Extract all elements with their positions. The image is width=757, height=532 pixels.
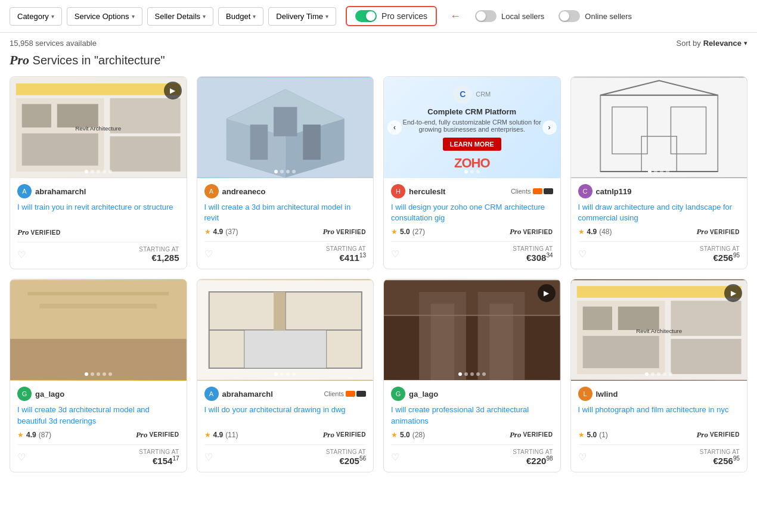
gig-title[interactable]: I will create 3d architectural model and… bbox=[17, 405, 179, 426]
card-image: ▶ bbox=[384, 279, 560, 381]
category-chevron: ▾ bbox=[51, 13, 54, 20]
price-block: STARTING AT €22098 bbox=[513, 449, 553, 466]
list-item: A abrahamarchl Clients I will do your ar… bbox=[197, 279, 374, 472]
svg-rect-4 bbox=[110, 136, 180, 172]
cards-grid: Revit Architecture ▶ A abrahamarchl I wi… bbox=[0, 76, 757, 484]
budget-chevron: ▾ bbox=[253, 13, 256, 20]
pro-services-toggle[interactable] bbox=[355, 10, 377, 22]
bottom-row: ♡ STARTING AT €30834 bbox=[391, 241, 553, 263]
starting-at-label: STARTING AT bbox=[326, 245, 366, 252]
rating-count: (48) bbox=[599, 228, 612, 236]
ad-title: Complete CRM Platform bbox=[427, 107, 516, 116]
svg-rect-1 bbox=[16, 83, 181, 95]
budget-filter[interactable]: Budget ▾ bbox=[218, 7, 263, 26]
starting-at-label: STARTING AT bbox=[513, 449, 553, 455]
dots-indicator bbox=[85, 170, 112, 173]
seller-row: G ga_lago bbox=[17, 387, 179, 401]
gig-title[interactable]: I will draw architecture and city landsc… bbox=[578, 202, 740, 223]
pro-verified-badge: Pro VERIFIED bbox=[696, 430, 740, 440]
favorite-button[interactable]: ♡ bbox=[17, 452, 26, 463]
sort-control[interactable]: Sort by Relevance ▾ bbox=[676, 39, 747, 48]
seller-name[interactable]: andreaneco bbox=[222, 187, 367, 196]
next-button[interactable]: › bbox=[542, 120, 557, 135]
online-sellers-toggle[interactable] bbox=[559, 10, 580, 22]
card-body: G ga_lago I will create 3d architectural… bbox=[10, 381, 187, 471]
pro-verified-badge: Pro VERIFIED bbox=[322, 227, 366, 237]
price-value: €22098 bbox=[513, 455, 553, 466]
rating-value: 4.9 bbox=[587, 228, 597, 236]
avatar: C bbox=[578, 184, 592, 198]
category-label: Category bbox=[17, 12, 49, 21]
favorite-button[interactable]: ♡ bbox=[578, 248, 587, 260]
seller-name[interactable]: abrahamarchl bbox=[222, 390, 321, 399]
avatar: G bbox=[17, 387, 32, 401]
card-image bbox=[197, 77, 374, 178]
card-body: L lwlind I will photograph and film arch… bbox=[571, 381, 747, 471]
price-block: STARTING AT €15417 bbox=[139, 449, 179, 466]
pro-services-toggle-wrapper: Pro services ← bbox=[346, 6, 437, 26]
service-options-filter[interactable]: Service Options ▾ bbox=[67, 7, 142, 26]
seller-name[interactable]: lwlind bbox=[596, 390, 740, 399]
play-button[interactable]: ▶ bbox=[164, 82, 182, 99]
page-title: Pro Services in "architecture" bbox=[0, 50, 757, 76]
budget-label: Budget bbox=[226, 12, 250, 21]
meta-bar: 15,958 services available Sort by Releva… bbox=[0, 33, 757, 50]
dots-indicator bbox=[458, 372, 486, 376]
seller-row: G ga_lago bbox=[391, 387, 553, 401]
favorite-button[interactable]: ♡ bbox=[204, 248, 213, 260]
bottom-row: ♡ STARTING AT €41113 bbox=[204, 241, 367, 263]
card-body: G ga_lago I will create professional 3d … bbox=[384, 381, 560, 471]
starting-at-label: STARTING AT bbox=[139, 449, 179, 455]
seller-row: A andreaneco bbox=[204, 184, 367, 198]
svg-rect-35 bbox=[244, 330, 326, 368]
ad-learn-more-button[interactable]: LEARN MORE bbox=[443, 138, 501, 151]
local-sellers-toggle-group: Local sellers bbox=[475, 10, 544, 22]
favorite-button[interactable]: ♡ bbox=[391, 248, 399, 260]
filter-bar: Category ▾ Service Options ▾ Seller Deta… bbox=[0, 0, 757, 33]
avatar: A bbox=[204, 184, 219, 198]
seller-name[interactable]: ga_lago bbox=[409, 390, 553, 399]
price-value: €15417 bbox=[139, 455, 179, 466]
rating-row: ★ 4.9 (11) Pro VERIFIED bbox=[204, 430, 367, 440]
seller-name[interactable]: abrahamarchl bbox=[35, 187, 179, 196]
svg-rect-6 bbox=[57, 104, 98, 127]
favorite-button[interactable]: ♡ bbox=[578, 452, 587, 463]
gig-title[interactable]: I will train you in revit architecture o… bbox=[17, 202, 179, 224]
favorite-button[interactable]: ♡ bbox=[17, 249, 26, 260]
prev-button[interactable]: ‹ bbox=[387, 120, 402, 135]
avatar: A bbox=[204, 387, 219, 401]
list-item: C catnlp119 I will draw architecture and… bbox=[570, 76, 748, 269]
delivery-time-filter[interactable]: Delivery Time ▾ bbox=[268, 7, 336, 26]
category-filter[interactable]: Category ▾ bbox=[10, 7, 62, 26]
seller-name[interactable]: catnlp119 bbox=[596, 187, 740, 196]
favorite-button[interactable]: ♡ bbox=[391, 452, 399, 463]
rating-value: 4.9 bbox=[213, 431, 224, 439]
bottom-row: ♡ STARTING AT €25695 bbox=[578, 241, 740, 263]
card-image: Revit Architecture ▶ bbox=[10, 77, 187, 178]
gig-title[interactable]: I will create professional 3d architectu… bbox=[391, 405, 553, 426]
local-sellers-toggle[interactable] bbox=[475, 10, 497, 22]
gig-title[interactable]: I will design your zoho one CRM architec… bbox=[391, 202, 553, 223]
seller-row: A abrahamarchl Clients bbox=[204, 387, 367, 401]
service-options-label: Service Options bbox=[75, 12, 129, 21]
list-item: C CRM Complete CRM Platform End-to-end, … bbox=[383, 76, 561, 269]
rating-count: (1) bbox=[599, 431, 608, 439]
gig-title[interactable]: I will do your architectural drawing in … bbox=[204, 405, 367, 426]
star-icon: ★ bbox=[391, 431, 398, 439]
avatar: A bbox=[17, 184, 32, 198]
card-body: A andreaneco I will create a 3d bim arch… bbox=[197, 178, 374, 269]
gig-title[interactable]: I will photograph and film architecture … bbox=[578, 405, 740, 426]
seller-name[interactable]: ga_lago bbox=[35, 390, 179, 399]
seller-name[interactable]: herculeslt bbox=[409, 187, 507, 196]
dots-indicator bbox=[274, 170, 296, 173]
svg-rect-7 bbox=[22, 133, 98, 166]
rating-row: ★ 5.0 (28) Pro VERIFIED bbox=[391, 430, 553, 440]
list-item: ▶ G ga_lago I will create professional 3… bbox=[383, 279, 561, 472]
gig-title[interactable]: I will create a 3d bim architectural mod… bbox=[204, 202, 367, 223]
bottom-row: ♡ STARTING AT €15417 bbox=[17, 444, 179, 466]
play-button[interactable]: ▶ bbox=[538, 284, 556, 302]
seller-details-filter[interactable]: Seller Details ▾ bbox=[147, 7, 214, 26]
price-value: €20556 bbox=[326, 455, 366, 466]
starting-at-label: STARTING AT bbox=[700, 449, 740, 455]
favorite-button[interactable]: ♡ bbox=[204, 452, 213, 463]
